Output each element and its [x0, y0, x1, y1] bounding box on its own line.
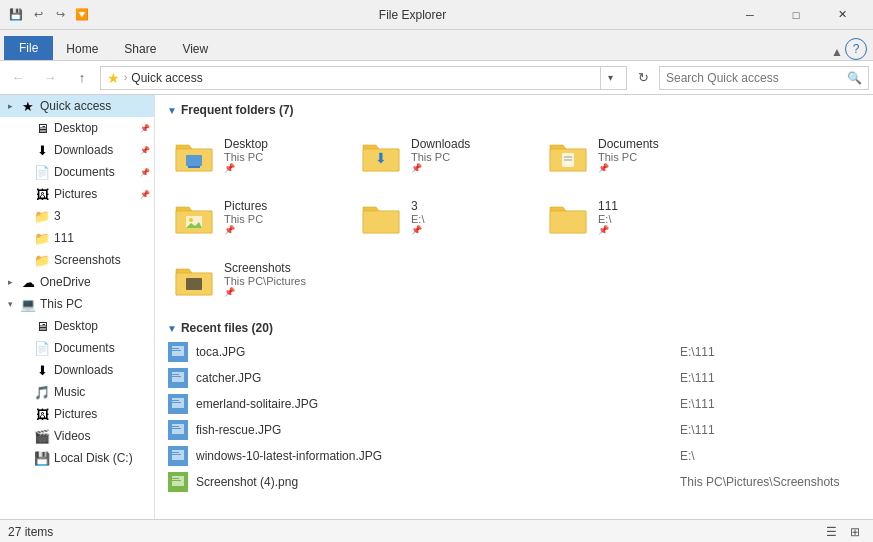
tiles-view-button[interactable]: ⊞ [845, 522, 865, 542]
sidebar-item-pictures[interactable]: 🖼Pictures📌 [0, 183, 154, 205]
tab-share[interactable]: Share [111, 37, 169, 60]
address-dropdown-button[interactable]: ▾ [600, 66, 620, 90]
view-controls: ☰ ⊞ [821, 522, 865, 542]
file-name: fish-rescue.JPG [196, 423, 680, 437]
address-path[interactable]: ★ › Quick access ▾ [100, 66, 627, 90]
folder-item-screenshots[interactable]: Screenshots This PC\Pictures 📌 [163, 249, 348, 309]
help-icon[interactable]: ? [845, 38, 867, 60]
sidebar-item-label: Desktop [54, 121, 138, 135]
sidebar-icon: 📄 [34, 164, 50, 180]
svg-rect-23 [172, 426, 179, 427]
folder-name: Desktop [224, 137, 339, 151]
folder-icon [546, 133, 590, 177]
ribbon-tabs: File Home Share View ▲ ? [0, 30, 873, 60]
svg-point-7 [189, 218, 193, 222]
sidebar-item-quickaccess[interactable]: ▸★Quick access [0, 95, 154, 117]
forward-button[interactable]: → [36, 66, 64, 90]
sidebar-icon: ⬇ [34, 362, 50, 378]
file-item[interactable]: fish-rescue.JPG E:\111 [163, 417, 865, 443]
folder-item-3[interactable]: 3 E:\ 📌 [350, 187, 535, 247]
svg-rect-12 [172, 350, 181, 351]
sidebar-item-onedrive[interactable]: ▸☁OneDrive [0, 271, 154, 293]
search-input[interactable] [666, 71, 847, 85]
file-path: E:\111 [680, 371, 860, 385]
main-layout: ▸★Quick access🖥Desktop📌⬇Downloads📌📄Docum… [0, 95, 873, 519]
folder-name: Pictures [224, 199, 339, 213]
tab-file[interactable]: File [4, 36, 53, 60]
sidebar-item-3[interactable]: 📁3 [0, 205, 154, 227]
svg-rect-32 [172, 480, 181, 481]
folder-item-pictures[interactable]: Pictures This PC 📌 [163, 187, 348, 247]
svg-rect-11 [172, 348, 179, 349]
file-type-icon [168, 368, 188, 388]
sidebar-item-label: Downloads [54, 363, 150, 377]
sidebar-item-desktop[interactable]: 🖥Desktop📌 [0, 117, 154, 139]
back-button[interactable]: ← [4, 66, 32, 90]
minimize-button[interactable]: ─ [727, 0, 773, 30]
tab-home[interactable]: Home [53, 37, 111, 60]
refresh-button[interactable]: ↻ [631, 66, 655, 90]
file-item[interactable]: emerland-solitaire.JPG E:\111 [163, 391, 865, 417]
sidebar-item-thispc[interactable]: ▾💻This PC [0, 293, 154, 315]
close-button[interactable]: ✕ [819, 0, 865, 30]
folder-item-desktop[interactable]: Desktop This PC 📌 [163, 125, 348, 185]
properties-icon[interactable]: 🔽 [74, 7, 90, 23]
search-box[interactable]: 🔍 [659, 66, 869, 90]
file-item[interactable]: windows-10-latest-information.JPG E:\ [163, 443, 865, 469]
sidebar-item-desktop[interactable]: 🖥Desktop [0, 315, 154, 337]
folder-info: Screenshots This PC\Pictures 📌 [224, 261, 339, 297]
details-view-button[interactable]: ☰ [821, 522, 841, 542]
sidebar-item-localdiskc[interactable]: 💾Local Disk (C:) [0, 447, 154, 469]
file-type-icon [168, 342, 188, 362]
ribbon-expand-icon[interactable]: ▲ [829, 44, 845, 60]
folder-item-downloads[interactable]: ⬇ Downloads This PC 📌 [350, 125, 535, 185]
sidebar-icon: 📁 [34, 208, 50, 224]
svg-rect-15 [172, 374, 179, 375]
folder-item-111[interactable]: 111 E:\ 📌 [537, 187, 722, 247]
file-item[interactable]: Screenshot (4).png This PC\Pictures\Scre… [163, 469, 865, 495]
sidebar-item-documents[interactable]: 📄Documents📌 [0, 161, 154, 183]
sidebar-icon: ☁ [20, 274, 36, 290]
status-bar: 27 items ☰ ⊞ [0, 519, 873, 542]
sidebar-item-screenshots[interactable]: 📁Screenshots [0, 249, 154, 271]
search-icon: 🔍 [847, 71, 862, 85]
sidebar-icon: 📁 [34, 252, 50, 268]
folder-sub: This PC [224, 151, 339, 163]
folders-grid: Desktop This PC 📌 ⬇ Downloads This PC 📌 … [155, 121, 873, 313]
sidebar-icon: ⬇ [34, 142, 50, 158]
sidebar-item-label: 3 [54, 209, 150, 223]
svg-rect-16 [172, 376, 181, 377]
file-item[interactable]: toca.JPG E:\111 [163, 339, 865, 365]
folder-item-documents[interactable]: Documents This PC 📌 [537, 125, 722, 185]
folder-name: Screenshots [224, 261, 339, 275]
path-arrow-icon: › [124, 72, 127, 83]
sidebar-item-111[interactable]: 📁111 [0, 227, 154, 249]
sidebar-item-music[interactable]: 🎵Music [0, 381, 154, 403]
sidebar-item-downloads[interactable]: ⬇Downloads [0, 359, 154, 381]
sidebar-item-videos[interactable]: 🎬Videos [0, 425, 154, 447]
sidebar-item-downloads[interactable]: ⬇Downloads📌 [0, 139, 154, 161]
folder-icon [172, 195, 216, 239]
sidebar-item-pictures[interactable]: 🖼Pictures [0, 403, 154, 425]
maximize-button[interactable]: □ [773, 0, 819, 30]
folder-pin-icon: 📌 [598, 163, 713, 173]
svg-rect-27 [172, 452, 179, 453]
sidebar-item-label: Music [54, 385, 150, 399]
sidebar-icon: 🖥 [34, 120, 50, 136]
quick-access-icon[interactable]: 💾 [8, 7, 24, 23]
tab-view[interactable]: View [169, 37, 221, 60]
file-path: E:\111 [680, 345, 860, 359]
up-button[interactable]: ↑ [68, 66, 96, 90]
sidebar-item-documents[interactable]: 📄Documents [0, 337, 154, 359]
undo-icon[interactable]: ↩ [30, 7, 46, 23]
folder-pin-icon: 📌 [598, 225, 713, 235]
window-title: File Explorer [98, 8, 727, 22]
redo-icon[interactable]: ↪ [52, 7, 68, 23]
sidebar-item-label: Screenshots [54, 253, 150, 267]
file-path: E:\111 [680, 423, 860, 437]
frequent-folders-header: ▼ Frequent folders (7) [155, 95, 873, 121]
recent-files-title: Recent files (20) [181, 321, 273, 335]
folder-info: Desktop This PC 📌 [224, 137, 339, 173]
folder-info: 111 E:\ 📌 [598, 199, 713, 235]
file-item[interactable]: catcher.JPG E:\111 [163, 365, 865, 391]
